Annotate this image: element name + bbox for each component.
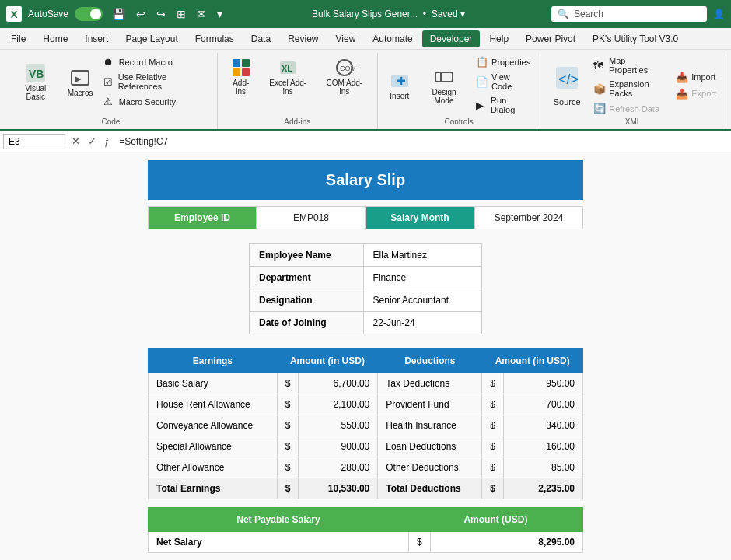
menu-insert[interactable]: Insert xyxy=(77,30,116,47)
autosave-label: AutoSave xyxy=(28,9,68,19)
cancel-formula-icon[interactable]: ✕ xyxy=(68,134,83,149)
earning-1-amount: 2,100.00 xyxy=(299,394,378,415)
macros-label: Macros xyxy=(68,89,93,97)
joining-label: Date of Joining xyxy=(250,312,364,334)
insert-function-icon[interactable]: ƒ xyxy=(101,134,113,149)
insert-button[interactable]: ✚ Insert xyxy=(384,68,415,103)
deduction-2-label: Health Insurance xyxy=(378,415,482,436)
controls-row: ✚ Insert Design Mode 📋 Properties xyxy=(384,54,533,116)
deduction-0-amount: 950.00 xyxy=(504,373,583,394)
search-box[interactable]: 🔍 Search xyxy=(551,6,707,22)
design-mode-button[interactable]: Design Mode xyxy=(418,64,470,107)
total-deductions-dollar: $ xyxy=(482,478,504,499)
customize-icon[interactable]: ▾ xyxy=(214,6,226,22)
import-label: Import xyxy=(691,72,715,82)
excel-addins-button[interactable]: XL Excel Add-ins xyxy=(261,54,315,98)
total-earnings-value: 10,530.00 xyxy=(299,478,378,499)
map-properties-button[interactable]: 🗺 Map Properties xyxy=(590,54,670,76)
refresh-data-label: Refresh Data xyxy=(609,104,659,114)
earning-0-amount: 6,700.00 xyxy=(299,373,378,394)
title-bar: X AutoSave 💾 ↩ ↪ ⊞ ✉ ▾ Bulk Salary Slips… xyxy=(0,0,731,28)
earnings-amount-col-header: Amount (in USD) xyxy=(277,349,378,373)
com-addins-icon: COM xyxy=(334,57,355,79)
use-relative-button[interactable]: ☑ Use Relative References xyxy=(100,71,211,93)
menu-review[interactable]: Review xyxy=(280,30,326,47)
salary-slip-title: Salary Slip xyxy=(148,160,583,200)
employee-id-value-cell: EMP018 xyxy=(257,206,366,229)
run-dialog-button[interactable]: ▶ Run Dialog xyxy=(473,94,533,116)
net-header-row: Net Payable Salary Amount (USD) xyxy=(149,508,583,532)
earning-4-amount: 280.00 xyxy=(299,457,378,478)
menu-data[interactable]: Data xyxy=(243,30,278,47)
view-code-button[interactable]: 📄 View Code xyxy=(473,71,533,93)
menu-automate[interactable]: Automate xyxy=(365,30,420,47)
info-row-designation: Designation Senior Accountant xyxy=(250,289,482,312)
insert-icon: ✚ xyxy=(389,70,411,92)
deductions-col-header: Deductions xyxy=(378,349,482,373)
menu-developer[interactable]: Developer xyxy=(422,30,481,47)
com-addins-button[interactable]: COM COM Add-ins xyxy=(318,54,371,98)
svg-rect-4 xyxy=(233,59,240,67)
earning-0-label: Basic Salary xyxy=(149,373,278,394)
earning-0-dollar: $ xyxy=(277,373,299,394)
user-area: 👤 xyxy=(713,9,725,19)
employee-id-value: EMP018 xyxy=(293,212,329,223)
table-row: House Rent Allowance $ 2,100.00 Providen… xyxy=(149,394,583,415)
menu-help[interactable]: Help xyxy=(481,30,516,47)
table-row: Conveyance Allowance $ 550.00 Health Ins… xyxy=(149,415,583,436)
macros-button[interactable]: ▶ Macros xyxy=(64,65,97,100)
employee-info-table: Employee Name Ella Martinez Department F… xyxy=(249,243,482,334)
save-icon[interactable]: 💾 xyxy=(109,6,128,22)
redo-icon[interactable]: ↪ xyxy=(153,6,169,22)
autosave-toggle[interactable] xyxy=(75,7,103,21)
record-macro-button[interactable]: ⏺ Record Macro xyxy=(100,54,211,69)
menu-home[interactable]: Home xyxy=(35,30,75,47)
macro-security-label: Macro Security xyxy=(119,97,176,107)
code-group-label: Code xyxy=(101,117,120,128)
net-salary-row: Net Salary $ 8,295.00 xyxy=(149,532,583,553)
menu-page-layout[interactable]: Page Layout xyxy=(117,30,185,47)
total-earnings-dollar: $ xyxy=(277,478,299,499)
run-dialog-label: Run Dialog xyxy=(491,96,530,114)
properties-button[interactable]: 📋 Properties xyxy=(473,54,533,69)
menu-pk-utility[interactable]: PK's Utility Tool V3.0 xyxy=(585,30,686,47)
salary-slip-title-text: Salary Slip xyxy=(326,171,405,188)
menu-file[interactable]: File xyxy=(3,30,33,47)
svg-text:</>: </> xyxy=(558,72,579,87)
export-button[interactable]: 📤 Export xyxy=(673,86,719,101)
export-icon: 📤 xyxy=(676,88,688,100)
confirm-formula-icon[interactable]: ✓ xyxy=(85,134,100,149)
cell-reference-box[interactable] xyxy=(3,134,65,149)
spreadsheet[interactable]: Salary Slip Employee ID EMP018 Salary Mo… xyxy=(0,152,731,560)
salary-month-value-cell: September 2024 xyxy=(474,206,583,229)
undo-icon[interactable]: ↩ xyxy=(133,6,149,22)
toggle-knob xyxy=(90,9,101,19)
joining-value: 22-Jun-24 xyxy=(363,312,481,334)
svg-text:✚: ✚ xyxy=(397,75,406,87)
refresh-data-button[interactable]: 🔄 Refresh Data xyxy=(590,101,670,116)
table-icon[interactable]: ⊞ xyxy=(173,6,189,22)
table-row: Basic Salary $ 6,700.00 Tax Deductions $… xyxy=(149,373,583,394)
import-button[interactable]: 📥 Import xyxy=(673,70,719,85)
svg-rect-5 xyxy=(242,59,250,67)
visual-basic-button[interactable]: VB Visual Basic xyxy=(11,60,61,103)
mail-icon[interactable]: ✉ xyxy=(194,6,209,22)
deduction-3-amount: 160.00 xyxy=(504,436,583,457)
menu-power-pivot[interactable]: Power Pivot xyxy=(518,30,583,47)
excel-addins-icon: XL xyxy=(277,57,299,79)
run-dialog-icon: ▶ xyxy=(476,100,488,111)
com-addins-label: COM Add-ins xyxy=(323,79,366,96)
menu-view[interactable]: View xyxy=(328,30,364,47)
visual-basic-icon: VB xyxy=(25,62,47,84)
macro-security-button[interactable]: ⚠ Macro Security xyxy=(100,94,211,109)
deduction-0-label: Tax Deductions xyxy=(378,373,482,394)
info-row-joining: Date of Joining 22-Jun-24 xyxy=(250,312,482,334)
excel-addins-label: Excel Add-ins xyxy=(266,79,310,96)
source-button[interactable]: </> Source xyxy=(547,61,587,110)
earnings-deductions-table: Earnings Amount (in USD) Deductions Amou… xyxy=(148,348,583,499)
menu-formulas[interactable]: Formulas xyxy=(187,30,242,47)
expansion-packs-button[interactable]: 📦 Expansion Packs xyxy=(590,78,670,100)
addins-button[interactable]: Add-ins xyxy=(224,54,258,98)
file-name: Bulk Salary Slips Gener... xyxy=(312,9,418,19)
svg-text:VB: VB xyxy=(29,68,44,80)
